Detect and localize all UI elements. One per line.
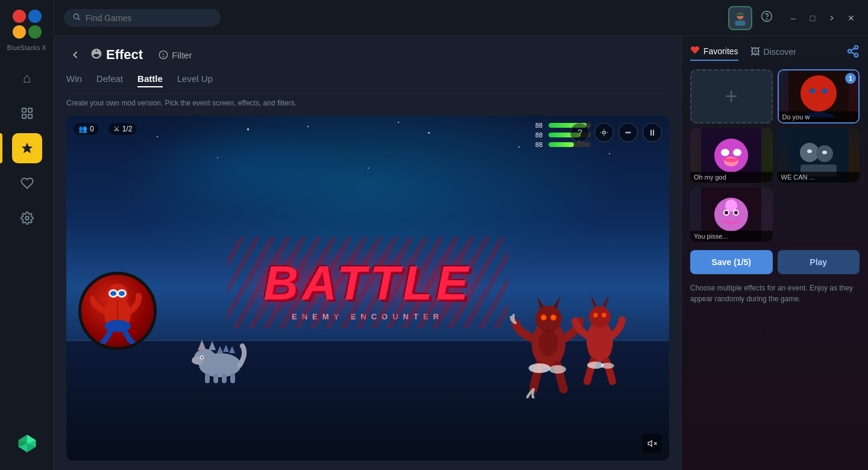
tab-favorites[interactable]: Favorites (690, 45, 738, 61)
sidebar-favorites-wrap (0, 168, 54, 198)
navigate-button[interactable] (825, 11, 839, 25)
tab-win[interactable]: Win (66, 74, 82, 87)
sidebar-item-effects[interactable] (12, 133, 42, 163)
sidebar-item-favorites[interactable] (12, 168, 42, 198)
play-button[interactable]: Play (778, 250, 860, 274)
avatar[interactable] (728, 6, 752, 30)
logo-red (13, 10, 26, 23)
thumb2-label: Oh my god (690, 172, 773, 183)
battles-count: 1/2 (122, 125, 133, 133)
close-button[interactable]: ✕ (844, 11, 858, 25)
discover-tab-icon: 🖼 (750, 46, 760, 57)
svg-rect-17 (735, 20, 746, 25)
window-controls: – □ ✕ (786, 11, 858, 25)
sidebar-item-library[interactable] (12, 98, 42, 128)
maximize-button[interactable]: □ (805, 11, 820, 25)
help-icon[interactable] (761, 10, 773, 25)
panel-title-text: Effect (106, 47, 143, 63)
svg-point-69 (627, 132, 629, 134)
svg-point-58 (539, 330, 558, 356)
favorites-tab-icon (690, 45, 700, 57)
thumb-we-can[interactable]: WE CAN ... (778, 128, 860, 183)
svg-point-75 (848, 49, 852, 53)
thumb-do-you-w[interactable]: 1 Do you w (778, 69, 860, 124)
mute-button[interactable] (643, 434, 662, 453)
svg-point-57 (549, 365, 566, 374)
thumb-you-pisse[interactable]: You pisse... (690, 187, 773, 242)
svg-point-55 (552, 316, 555, 319)
main: – □ ✕ (54, 0, 868, 470)
minimize-button[interactable]: – (786, 11, 800, 25)
content-area: Effect Filter Win Defeat Battle Level Up (54, 36, 868, 470)
sidebar-nav: ⌂ (0, 63, 54, 429)
svg-point-49 (535, 306, 562, 332)
topbar-right: – □ ✕ (728, 6, 858, 30)
hp3-bar (549, 142, 591, 147)
action-buttons: Save (1/5) Play (690, 250, 860, 274)
sidebar: BlueStacks X ⌂ (0, 0, 54, 470)
app-name: BlueStacks X (7, 45, 46, 51)
sidebar-item-home[interactable]: ⌂ (12, 63, 42, 93)
add-icon: + (725, 84, 738, 109)
svg-marker-71 (648, 440, 652, 446)
hud-top-left: 👥 0 ⚔ 1/2 (74, 123, 137, 135)
share-button[interactable] (846, 45, 860, 61)
panel-title: Effect (90, 47, 143, 63)
thumb-oh-my-god[interactable]: Oh my god (690, 128, 773, 183)
favorites-tab-label: Favorites (703, 46, 738, 56)
svg-rect-0 (22, 108, 25, 112)
search-icon (72, 13, 81, 23)
svg-point-31 (119, 291, 125, 296)
search-input[interactable] (86, 13, 212, 23)
add-effect-button[interactable]: + (690, 69, 773, 124)
svg-point-102 (734, 211, 738, 215)
svg-rect-44 (230, 374, 235, 383)
panel-header: Effect Filter (66, 46, 669, 64)
hud-settings-button[interactable] (594, 123, 614, 142)
svg-point-88 (733, 149, 741, 156)
svg-point-67 (603, 131, 606, 134)
logo-blue (28, 10, 42, 23)
active-indicator (0, 133, 2, 163)
tab-defeat[interactable]: Defeat (96, 74, 123, 87)
hud-bottom-right (643, 434, 662, 453)
svg-point-76 (855, 54, 858, 57)
search-box[interactable] (64, 9, 221, 27)
battle-title: BATTLE (263, 255, 472, 311)
back-button[interactable] (66, 46, 84, 64)
effect-icon (90, 48, 102, 63)
tab-discover[interactable]: 🖼 Discover (750, 46, 796, 60)
svg-point-5 (25, 216, 29, 220)
sidebar-effects-wrap (0, 133, 54, 163)
svg-marker-37 (209, 341, 216, 350)
tab-levelup[interactable]: Level Up (177, 74, 213, 87)
thumb1-label: Do you w (779, 111, 859, 122)
tab-battle[interactable]: Battle (137, 74, 163, 87)
svg-point-74 (855, 46, 858, 49)
hud-chat-button[interactable] (618, 123, 638, 142)
sidebar-item-settings[interactable] (12, 203, 42, 233)
save-button[interactable]: Save (1/5) (690, 250, 773, 274)
topbar: – □ ✕ (54, 0, 868, 36)
filter-button[interactable]: Filter (159, 50, 192, 60)
right-panel: Favorites 🖼 Discover (681, 36, 868, 470)
hud-pause-button[interactable]: ⏸ (643, 123, 662, 142)
tab-description: Create your own mod version. Pick the ev… (66, 99, 669, 107)
svg-point-40 (201, 356, 203, 358)
svg-rect-19 (735, 14, 746, 16)
hud-help-button[interactable]: ? (570, 123, 590, 142)
svg-marker-47 (229, 346, 235, 353)
panel-note: Choose multiple effects for an event. En… (690, 283, 860, 304)
hp1-label: 88 (535, 122, 546, 129)
discover-tab-label: Discover (764, 47, 796, 57)
svg-point-87 (721, 149, 729, 156)
svg-point-20 (740, 12, 741, 14)
svg-point-80 (800, 75, 837, 111)
app-logo (9, 6, 45, 42)
svg-point-64 (602, 313, 606, 318)
thumb4-label: You pisse... (690, 231, 773, 242)
game-preview: BATTLE ENEMY ENCOUNTER (66, 116, 669, 460)
hp3-fill (549, 142, 574, 147)
svg-point-13 (74, 14, 78, 19)
enemy-creatures (506, 278, 639, 398)
